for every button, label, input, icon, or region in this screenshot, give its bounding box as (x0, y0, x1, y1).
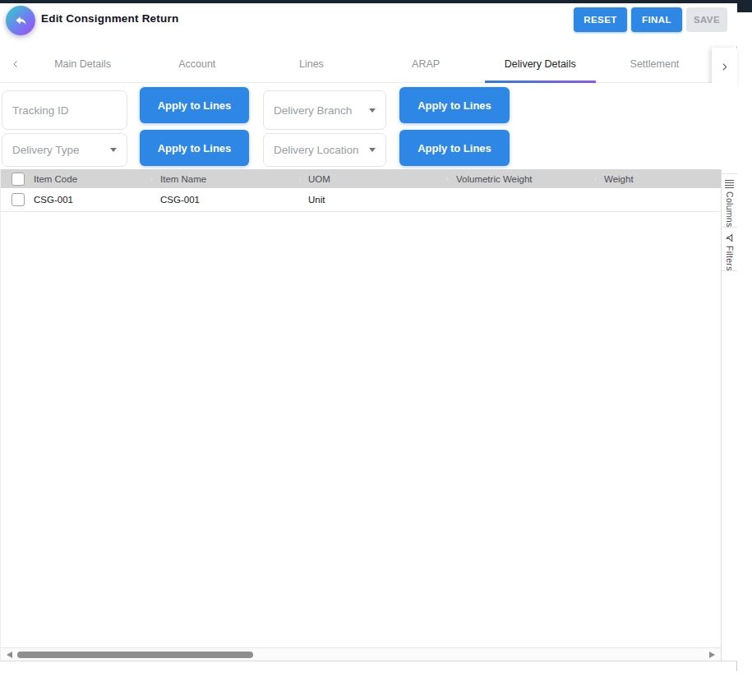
chevron-down-icon (110, 148, 117, 152)
grid-header-row: Item Code Item Name UOM Volumetric Weigh… (1, 169, 721, 188)
scroll-right-arrow-icon[interactable] (709, 652, 715, 658)
column-chooser-label: Columns (725, 191, 735, 228)
lines-data-grid: Item Code Item Name UOM Volumetric Weigh… (0, 169, 737, 661)
column-header-weight[interactable]: Weight (595, 174, 721, 184)
chevron-down-icon (369, 148, 376, 152)
apply-location-button[interactable]: Apply to Lines (399, 130, 510, 166)
select-all-checkbox[interactable] (12, 173, 25, 186)
delivery-type-select[interactable]: Delivery Type (2, 133, 127, 167)
back-arrow-icon (13, 13, 28, 28)
tab-bar: Main Details Account Lines ARAP Delivery… (0, 46, 737, 83)
scroll-left-arrow-icon[interactable] (7, 652, 12, 658)
tab-list: Main Details Account Lines ARAP Delivery… (25, 46, 712, 83)
table-row[interactable]: CSG-001 CSG-001 Unit (1, 188, 721, 212)
save-button[interactable]: SAVE (686, 7, 727, 32)
horizontal-scrollbar[interactable] (1, 647, 721, 661)
tab-delivery-details[interactable]: Delivery Details (483, 46, 597, 83)
cell-uom: Unit (299, 195, 447, 205)
tabs-scroll-left-button[interactable] (7, 46, 25, 82)
cell-item-code: CSG-001 (29, 195, 151, 205)
column-chooser-button[interactable]: Columns (722, 173, 737, 228)
tab-settlement[interactable]: Settlement (597, 46, 712, 83)
filter-panel-button[interactable]: Filters (722, 228, 737, 271)
row-checkbox[interactable] (12, 193, 25, 206)
tab-main-details[interactable]: Main Details (25, 46, 140, 83)
tab-arap[interactable]: ARAP (369, 46, 483, 83)
chevron-right-icon (719, 62, 730, 72)
header-checkbox-cell (1, 173, 29, 186)
column-header-uom[interactable]: UOM (299, 174, 447, 184)
tracking-id-input[interactable] (12, 104, 117, 117)
row-checkbox-cell (1, 193, 29, 206)
columns-icon (725, 180, 734, 188)
tabs-scroll-right-button[interactable] (712, 48, 737, 85)
column-header-volumetric-weight[interactable]: Volumetric Weight (447, 174, 595, 184)
column-header-item-name[interactable]: Item Name (151, 174, 299, 184)
tab-lines[interactable]: Lines (254, 46, 368, 83)
apply-branch-button[interactable]: Apply to Lines (399, 87, 510, 123)
back-button[interactable] (6, 6, 35, 35)
tab-account[interactable]: Account (140, 46, 254, 83)
final-button[interactable]: FINAL (631, 7, 682, 32)
delivery-location-select[interactable]: Delivery Location (263, 133, 386, 167)
grid-side-toolbar: Columns Filters (721, 169, 737, 661)
delivery-filters-section: Apply to Lines Delivery Branch Apply to … (0, 83, 737, 169)
horizontal-scrollbar-thumb[interactable] (17, 652, 253, 658)
column-header-item-code[interactable]: Item Code (29, 174, 151, 184)
reset-button[interactable]: RESET (574, 7, 627, 32)
chevron-left-icon (11, 59, 21, 69)
filter-panel-label: Filters (725, 246, 735, 271)
page-header: Edit Consignment Return RESET FINAL SAVE (0, 3, 737, 46)
apply-type-button[interactable]: Apply to Lines (140, 130, 249, 166)
chevron-down-icon (369, 108, 376, 113)
delivery-branch-select[interactable]: Delivery Branch (263, 90, 386, 130)
top-dark-bar-corner (737, 0, 752, 12)
tracking-id-field[interactable] (2, 90, 127, 130)
delivery-type-placeholder: Delivery Type (12, 144, 105, 156)
cell-item-name: CSG-001 (151, 195, 299, 205)
app-window: Edit Consignment Return RESET FINAL SAVE… (0, 0, 737, 671)
page-title: Edit Consignment Return (41, 12, 178, 25)
filter-funnel-icon (725, 233, 734, 242)
delivery-location-placeholder: Delivery Location (274, 144, 364, 156)
delivery-branch-placeholder: Delivery Branch (274, 104, 364, 117)
apply-tracking-button[interactable]: Apply to Lines (140, 87, 249, 123)
